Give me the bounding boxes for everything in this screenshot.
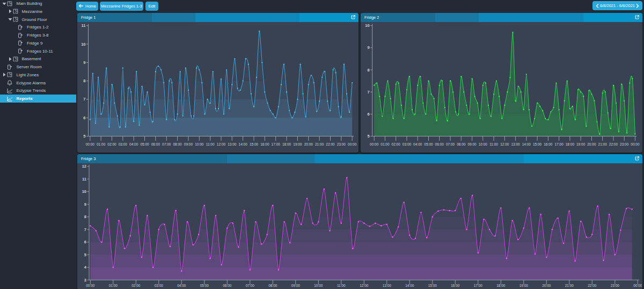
svg-text:19:00: 19:00 — [293, 142, 302, 146]
svg-text:09:00: 09:00 — [467, 142, 477, 146]
svg-text:10:00: 10:00 — [314, 284, 323, 287]
svg-text:17:00: 17:00 — [474, 284, 483, 287]
svg-text:23:00: 23:00 — [620, 142, 629, 146]
svg-text:14:00: 14:00 — [405, 284, 414, 287]
svg-text:13:00: 13:00 — [228, 142, 237, 146]
svg-text:04:00: 04:00 — [129, 142, 138, 146]
svg-text:04:00: 04:00 — [413, 142, 422, 146]
svg-text:21:00: 21:00 — [565, 284, 574, 287]
svg-text:4: 4 — [84, 265, 87, 270]
svg-text:17:00: 17:00 — [272, 142, 281, 146]
svg-text:12:00: 12:00 — [217, 142, 226, 146]
svg-text:18:00: 18:00 — [496, 284, 506, 287]
svg-text:12: 12 — [82, 164, 86, 169]
svg-text:00:00: 00:00 — [348, 142, 357, 146]
svg-text:5: 5 — [367, 134, 369, 139]
svg-text:00:00: 00:00 — [86, 142, 95, 146]
svg-text:00:00: 00:00 — [370, 142, 379, 146]
svg-text:19:00: 19:00 — [576, 142, 586, 146]
svg-text:6: 6 — [367, 112, 369, 117]
svg-text:07:00: 07:00 — [162, 142, 171, 146]
svg-text:03:00: 03:00 — [155, 284, 164, 287]
svg-text:9: 9 — [84, 202, 86, 207]
svg-text:13:00: 13:00 — [383, 284, 392, 287]
svg-text:15:00: 15:00 — [428, 284, 437, 287]
svg-text:05:00: 05:00 — [424, 142, 433, 146]
svg-text:11: 11 — [82, 23, 86, 28]
svg-text:9: 9 — [367, 45, 369, 50]
svg-text:11:00: 11:00 — [206, 142, 215, 146]
svg-text:10: 10 — [365, 23, 369, 28]
svg-text:13:00: 13:00 — [511, 142, 520, 146]
svg-text:20:00: 20:00 — [542, 284, 551, 287]
svg-text:23:00: 23:00 — [337, 142, 346, 146]
svg-text:14:00: 14:00 — [522, 142, 531, 146]
svg-text:16:00: 16:00 — [260, 142, 269, 146]
svg-text:16:00: 16:00 — [544, 142, 553, 146]
svg-text:6: 6 — [84, 240, 86, 244]
svg-text:06:00: 06:00 — [223, 284, 232, 287]
svg-text:10:00: 10:00 — [195, 142, 204, 146]
svg-text:05:00: 05:00 — [200, 284, 209, 287]
svg-text:03:00: 03:00 — [119, 142, 128, 146]
svg-text:6: 6 — [83, 115, 85, 120]
svg-text:22:00: 22:00 — [326, 142, 335, 146]
svg-text:09:00: 09:00 — [184, 142, 193, 146]
svg-text:16:00: 16:00 — [451, 284, 460, 287]
svg-text:5: 5 — [83, 134, 85, 139]
svg-text:08:00: 08:00 — [268, 284, 277, 287]
svg-text:18:00: 18:00 — [566, 142, 575, 146]
svg-text:02:00: 02:00 — [131, 284, 141, 287]
svg-text:00:00: 00:00 — [86, 284, 95, 287]
svg-text:11:00: 11:00 — [489, 142, 498, 146]
svg-text:08:00: 08:00 — [457, 142, 466, 146]
svg-text:22:00: 22:00 — [588, 284, 597, 287]
svg-text:7: 7 — [84, 227, 86, 232]
svg-text:10: 10 — [81, 42, 85, 47]
svg-text:20:00: 20:00 — [587, 142, 596, 146]
svg-text:8: 8 — [83, 78, 85, 83]
svg-text:20:00: 20:00 — [304, 142, 313, 146]
svg-text:04:00: 04:00 — [177, 284, 186, 287]
svg-text:08:00: 08:00 — [173, 142, 182, 146]
svg-text:07:00: 07:00 — [246, 284, 255, 287]
svg-text:21:00: 21:00 — [315, 142, 324, 146]
svg-text:03:00: 03:00 — [402, 142, 412, 146]
svg-text:18:00: 18:00 — [282, 142, 291, 146]
svg-text:00:00: 00:00 — [633, 284, 642, 287]
svg-text:8: 8 — [367, 68, 369, 73]
svg-text:7: 7 — [367, 90, 369, 95]
svg-text:8: 8 — [84, 214, 86, 219]
svg-text:10: 10 — [82, 189, 86, 194]
svg-text:09:00: 09:00 — [291, 284, 301, 287]
svg-text:01:00: 01:00 — [380, 142, 390, 146]
svg-text:7: 7 — [83, 97, 85, 102]
svg-text:06:00: 06:00 — [151, 142, 160, 146]
svg-text:11:00: 11:00 — [337, 284, 346, 287]
svg-text:23:00: 23:00 — [611, 284, 620, 287]
svg-text:02:00: 02:00 — [107, 142, 116, 146]
svg-text:19:00: 19:00 — [519, 284, 529, 287]
svg-text:01:00: 01:00 — [97, 142, 106, 146]
svg-text:12:00: 12:00 — [360, 284, 369, 287]
svg-text:15:00: 15:00 — [533, 142, 542, 146]
svg-text:01:00: 01:00 — [109, 284, 118, 287]
svg-text:05:00: 05:00 — [140, 142, 149, 146]
svg-text:21:00: 21:00 — [598, 142, 607, 146]
svg-text:00:00: 00:00 — [631, 142, 640, 146]
svg-text:3: 3 — [84, 278, 86, 283]
svg-text:12:00: 12:00 — [500, 142, 509, 146]
svg-text:17:00: 17:00 — [554, 142, 564, 146]
svg-text:10:00: 10:00 — [478, 142, 487, 146]
svg-text:07:00: 07:00 — [446, 142, 455, 146]
svg-text:06:00: 06:00 — [435, 142, 444, 146]
svg-text:15:00: 15:00 — [250, 142, 259, 146]
svg-text:14:00: 14:00 — [239, 142, 248, 146]
svg-text:11: 11 — [82, 177, 86, 182]
svg-text:22:00: 22:00 — [609, 142, 618, 146]
svg-text:02:00: 02:00 — [391, 142, 400, 146]
svg-text:5: 5 — [84, 252, 86, 257]
svg-text:9: 9 — [83, 60, 85, 65]
